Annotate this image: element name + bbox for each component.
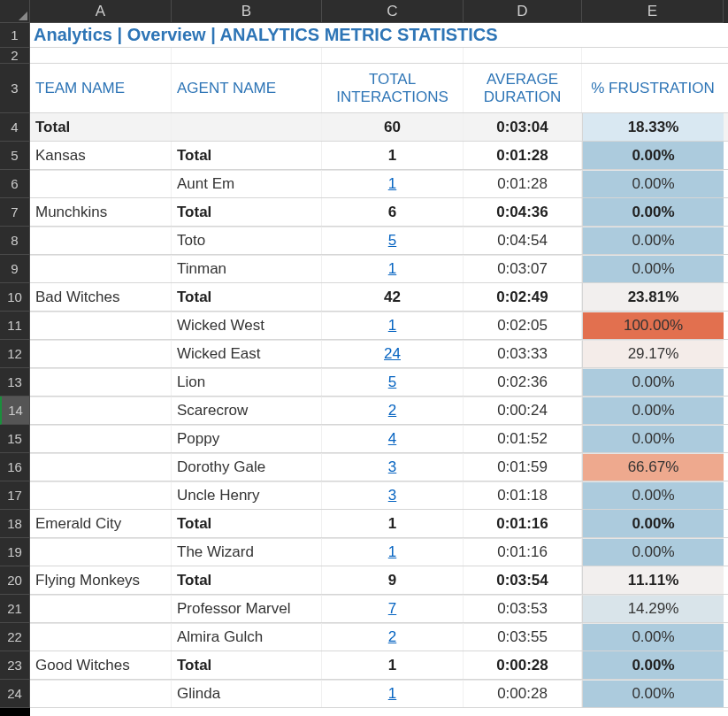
team-total-interactions[interactable]: 1 — [322, 142, 464, 169]
row-header-21[interactable]: 21 — [0, 595, 30, 623]
row-header-19[interactable]: 19 — [0, 538, 30, 566]
row-header-10[interactable]: 10 — [0, 283, 30, 312]
column-header-D[interactable]: D — [464, 0, 582, 23]
interactions-link[interactable]: 24 — [384, 345, 401, 363]
interactions-link[interactable]: 1 — [388, 685, 396, 703]
column-label-team[interactable]: TEAM NAME — [30, 64, 172, 112]
grand-total-label[interactable]: Total — [30, 113, 172, 141]
row-header-24[interactable]: 24 — [0, 680, 30, 708]
agent-frustration[interactable]: 66.67% — [582, 453, 724, 481]
agent-interactions[interactable]: 1 — [322, 538, 464, 566]
agent-interactions[interactable]: 1 — [322, 680, 464, 707]
agent-interactions[interactable]: 1 — [322, 170, 464, 197]
row-header-18[interactable]: 18 — [0, 510, 30, 538]
interactions-link[interactable]: 7 — [388, 600, 396, 618]
interactions-link[interactable]: 4 — [388, 430, 396, 448]
team-total-interactions[interactable]: 9 — [322, 566, 464, 594]
blank-cell[interactable] — [464, 48, 582, 63]
agent-duration[interactable]: 0:03:07 — [464, 255, 582, 282]
agent-name[interactable]: Aunt Em — [172, 170, 322, 197]
agent-frustration[interactable]: 29.17% — [582, 340, 724, 367]
team-total-label[interactable]: Total — [172, 142, 322, 169]
row-header-16[interactable]: 16 — [0, 453, 30, 481]
column-header-E[interactable]: E — [582, 0, 724, 23]
agent-name[interactable]: Uncle Henry — [172, 481, 322, 509]
interactions-link[interactable]: 5 — [388, 373, 396, 391]
blank-cell[interactable] — [172, 48, 322, 63]
team-total-label[interactable]: Total — [172, 510, 322, 537]
agent-frustration[interactable]: 0.00% — [582, 680, 724, 707]
agent-duration[interactable]: 0:01:52 — [464, 425, 582, 452]
agent-duration[interactable]: 0:01:16 — [464, 538, 582, 566]
team-total-label[interactable]: Total — [172, 283, 322, 311]
agent-frustration[interactable]: 0.00% — [582, 623, 724, 651]
team-total-frustration[interactable]: 0.00% — [582, 198, 724, 226]
agent-name[interactable]: Tinman — [172, 255, 322, 282]
interactions-link[interactable]: 5 — [388, 232, 396, 250]
team-total-frustration[interactable]: 0.00% — [582, 651, 724, 679]
agent-name[interactable]: Scarecrow — [172, 396, 322, 424]
team-total-interactions[interactable]: 6 — [322, 198, 464, 226]
agent-duration[interactable]: 0:01:59 — [464, 453, 582, 481]
agent-duration[interactable]: 0:01:28 — [464, 170, 582, 197]
agent-frustration[interactable]: 0.00% — [582, 170, 724, 197]
row-header-11[interactable]: 11 — [0, 312, 30, 340]
team-total-duration[interactable]: 0:01:16 — [464, 510, 582, 537]
row-header-9[interactable]: 9 — [0, 255, 30, 283]
interactions-link[interactable]: 1 — [388, 317, 396, 335]
row-header-14[interactable]: 14 — [0, 396, 30, 425]
agent-duration[interactable]: 0:02:05 — [464, 312, 582, 339]
agent-name[interactable]: Dorothy Gale — [172, 453, 322, 481]
agent-frustration[interactable]: 0.00% — [582, 368, 724, 396]
team-total-interactions[interactable]: 1 — [322, 510, 464, 537]
interactions-link[interactable]: 1 — [388, 260, 396, 278]
interactions-link[interactable]: 2 — [388, 402, 396, 420]
agent-frustration[interactable]: 0.00% — [582, 538, 724, 566]
row-header-22[interactable]: 22 — [0, 623, 30, 651]
column-label-frustration[interactable]: % FRUSTRATION — [582, 64, 724, 112]
team-total-duration[interactable]: 0:00:28 — [464, 651, 582, 679]
agent-frustration[interactable]: 100.00% — [582, 312, 724, 339]
team-total-frustration[interactable]: 0.00% — [582, 510, 724, 537]
team-name[interactable]: Flying Monkeys — [30, 566, 172, 594]
agent-frustration[interactable]: 14.29% — [582, 595, 724, 622]
agent-name[interactable]: Toto — [172, 227, 322, 254]
grand-total-interactions[interactable]: 60 — [322, 113, 464, 141]
team-total-duration[interactable]: 0:02:49 — [464, 283, 582, 311]
team-name[interactable]: Kansas — [30, 142, 172, 169]
agent-duration[interactable]: 0:03:53 — [464, 595, 582, 622]
column-label-duration[interactable]: AVERAGE DURATION — [464, 64, 582, 112]
row-header-23[interactable]: 23 — [0, 651, 30, 680]
interactions-link[interactable]: 3 — [388, 487, 396, 504]
team-total-label[interactable]: Total — [172, 651, 322, 679]
agent-interactions[interactable]: 3 — [322, 481, 464, 509]
team-name[interactable]: Munchkins — [30, 198, 172, 226]
column-header-A[interactable]: A — [30, 0, 172, 23]
team-total-interactions[interactable]: 42 — [322, 283, 464, 311]
agent-frustration[interactable]: 0.00% — [582, 255, 724, 282]
row-header-1[interactable]: 1 — [0, 23, 30, 48]
interactions-link[interactable]: 1 — [388, 543, 396, 561]
row-header-13[interactable]: 13 — [0, 368, 30, 396]
grand-total-duration[interactable]: 0:03:04 — [464, 113, 582, 141]
team-name[interactable]: Emerald City — [30, 510, 172, 537]
agent-interactions[interactable]: 5 — [322, 368, 464, 396]
team-total-duration[interactable]: 0:04:36 — [464, 198, 582, 226]
interactions-link[interactable]: 1 — [388, 175, 396, 193]
agent-duration[interactable]: 0:03:55 — [464, 623, 582, 651]
agent-duration[interactable]: 0:04:54 — [464, 227, 582, 254]
agent-interactions[interactable]: 7 — [322, 595, 464, 622]
select-all-corner[interactable] — [0, 0, 30, 23]
blank-cell[interactable] — [582, 48, 724, 63]
row-header-20[interactable]: 20 — [0, 566, 30, 595]
agent-interactions[interactable]: 2 — [322, 396, 464, 424]
grand-total-frustration[interactable]: 18.33% — [582, 113, 724, 141]
agent-name[interactable]: The Wizard — [172, 538, 322, 566]
row-header-4[interactable]: 4 — [0, 113, 30, 142]
blank-cell[interactable] — [30, 48, 172, 63]
team-total-label[interactable]: Total — [172, 198, 322, 226]
agent-interactions[interactable]: 24 — [322, 340, 464, 367]
row-header-8[interactable]: 8 — [0, 227, 30, 255]
team-name[interactable]: Good Witches — [30, 651, 172, 679]
agent-frustration[interactable]: 0.00% — [582, 227, 724, 254]
